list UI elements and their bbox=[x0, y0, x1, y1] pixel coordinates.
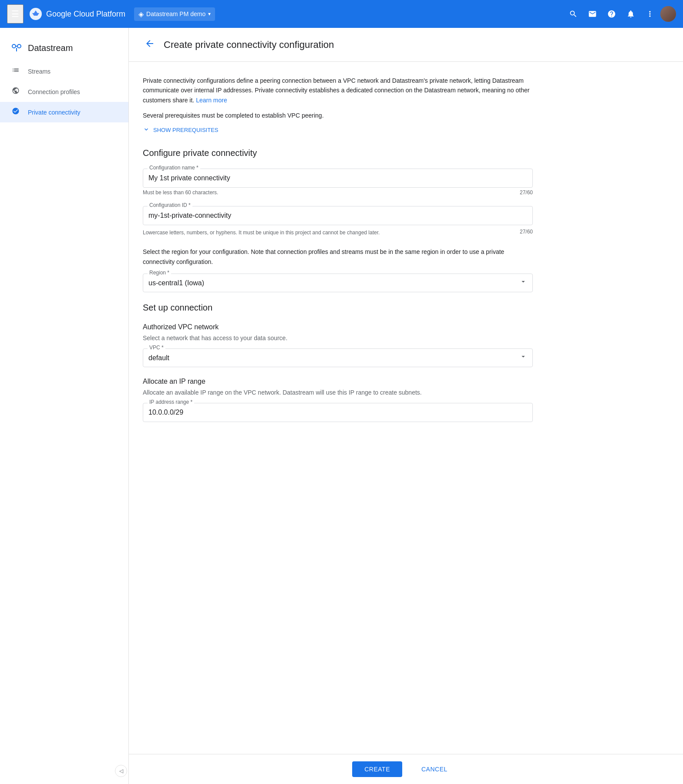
content-area: Private connectivity configurations defi… bbox=[129, 62, 547, 446]
private-connectivity-icon bbox=[10, 107, 21, 117]
ip-range-section-title: Allocate an IP range bbox=[143, 378, 533, 385]
create-button[interactable]: CREATE bbox=[352, 761, 402, 777]
description-text: Private connectivity configurations defi… bbox=[143, 76, 533, 105]
vpc-field: VPC * default bbox=[143, 348, 533, 367]
sidebar-service-name: Datastream bbox=[28, 43, 73, 53]
config-name-hint-text: Must be less than 60 characters. bbox=[143, 189, 218, 196]
ip-range-field: IP address range * bbox=[143, 403, 533, 422]
config-name-field: Configuration name * bbox=[143, 169, 533, 188]
search-button[interactable] bbox=[565, 5, 582, 23]
config-name-label: Configuration name * bbox=[148, 165, 200, 171]
learn-more-link[interactable]: Learn more bbox=[196, 97, 227, 104]
page-title: Create private connectivity configuratio… bbox=[164, 39, 334, 51]
vpc-section-title: Authorized VPC network bbox=[143, 323, 533, 331]
top-nav: ☰ Google Cloud Platform ◈ Datastream PM … bbox=[0, 0, 683, 28]
sidebar-header: Datastream bbox=[0, 35, 128, 61]
vpc-group: VPC * default bbox=[143, 348, 533, 367]
email-icon bbox=[588, 10, 597, 18]
ip-range-label: IP address range * bbox=[148, 399, 194, 405]
sidebar-item-streams-label: Streams bbox=[28, 68, 50, 75]
sidebar-collapse-button[interactable]: ◁ bbox=[115, 765, 127, 777]
help-icon bbox=[607, 10, 616, 18]
vpc-label: VPC * bbox=[148, 345, 165, 351]
sidebar-item-private-connectivity[interactable]: Private connectivity bbox=[0, 102, 128, 122]
user-avatar[interactable] bbox=[660, 6, 676, 22]
streams-icon bbox=[10, 66, 21, 76]
sidebar-item-connection-profiles-label: Connection profiles bbox=[28, 88, 80, 95]
connection-section-title: Set up connection bbox=[143, 303, 533, 313]
back-button[interactable] bbox=[143, 37, 157, 53]
config-id-count: 27/60 bbox=[520, 229, 533, 235]
config-name-count: 27/60 bbox=[520, 189, 533, 196]
svg-point-1 bbox=[12, 44, 16, 48]
app-logo-text: Google Cloud Platform bbox=[46, 10, 125, 19]
hamburger-button[interactable]: ☰ bbox=[7, 4, 24, 24]
page-header: Create private connectivity configuratio… bbox=[129, 28, 683, 62]
config-name-group: Configuration name * Must be less than 6… bbox=[143, 169, 533, 196]
config-id-field: Configuration ID * bbox=[143, 206, 533, 225]
sidebar-item-streams[interactable]: Streams bbox=[0, 61, 128, 81]
avatar-image bbox=[660, 6, 676, 22]
bottom-bar: CREATE CANCEL bbox=[129, 754, 683, 784]
datastream-logo-icon bbox=[10, 42, 23, 54]
ip-range-description: Allocate an available IP range on the VP… bbox=[143, 389, 533, 396]
project-selector[interactable]: ◈ Datastream PM demo ▾ bbox=[134, 7, 215, 21]
back-arrow-icon bbox=[145, 38, 155, 49]
show-prerequisites-toggle[interactable]: SHOW PREREQUISITES bbox=[143, 126, 533, 134]
gcp-logo-icon bbox=[29, 7, 43, 21]
show-prerequisites-label: SHOW PREREQUISITES bbox=[153, 127, 219, 133]
config-name-input[interactable] bbox=[148, 172, 527, 184]
project-icon: ◈ bbox=[138, 10, 144, 18]
region-field: Region * us-central1 (Iowa) us-east1 (So… bbox=[143, 274, 533, 292]
vpc-select[interactable]: default bbox=[148, 352, 527, 363]
config-id-group: Configuration ID * Lowercase letters, nu… bbox=[143, 206, 533, 237]
vpc-description: Select a network that has access to your… bbox=[143, 335, 533, 341]
svg-point-2 bbox=[17, 44, 21, 48]
sidebar-item-private-connectivity-label: Private connectivity bbox=[28, 109, 81, 116]
app-logo: Google Cloud Platform bbox=[29, 7, 125, 21]
sidebar-item-connection-profiles[interactable]: Connection profiles bbox=[0, 81, 128, 102]
prerequisites-notice: Several prerequisites must be completed … bbox=[143, 112, 533, 119]
ip-range-input[interactable] bbox=[148, 407, 527, 418]
show-prerequisites-chevron-icon bbox=[143, 126, 150, 134]
top-nav-actions bbox=[565, 5, 676, 23]
config-id-hint-text: Lowercase letters, numbers, or hyphens. … bbox=[143, 229, 516, 237]
notifications-email-button[interactable] bbox=[584, 5, 601, 23]
more-options-button[interactable] bbox=[641, 5, 659, 23]
collapse-icon: ◁ bbox=[119, 768, 123, 774]
connection-profiles-icon bbox=[10, 87, 21, 97]
region-group: Region * us-central1 (Iowa) us-east1 (So… bbox=[143, 274, 533, 292]
cancel-button[interactable]: CANCEL bbox=[409, 761, 460, 777]
config-id-input[interactable] bbox=[148, 210, 527, 221]
search-icon bbox=[569, 10, 578, 18]
region-label: Region * bbox=[148, 270, 171, 276]
more-icon bbox=[646, 10, 654, 18]
notifications-button[interactable] bbox=[622, 5, 639, 23]
project-dropdown-icon: ▾ bbox=[208, 11, 211, 17]
region-description: Select the region for your configuration… bbox=[143, 247, 533, 267]
help-button[interactable] bbox=[603, 5, 620, 23]
configure-section-title: Configure private connectivity bbox=[143, 148, 533, 158]
project-name: Datastream PM demo bbox=[146, 10, 205, 17]
bell-icon bbox=[626, 10, 635, 18]
config-name-hints: Must be less than 60 characters. 27/60 bbox=[143, 189, 533, 196]
sidebar: Datastream Streams Connection profiles bbox=[0, 28, 129, 784]
config-id-label: Configuration ID * bbox=[148, 202, 192, 208]
region-select[interactable]: us-central1 (Iowa) us-east1 (South Carol… bbox=[148, 277, 527, 288]
app-layout: Datastream Streams Connection profiles bbox=[0, 28, 683, 784]
main-content: Create private connectivity configuratio… bbox=[129, 28, 683, 784]
ip-range-group: IP address range * bbox=[143, 403, 533, 422]
